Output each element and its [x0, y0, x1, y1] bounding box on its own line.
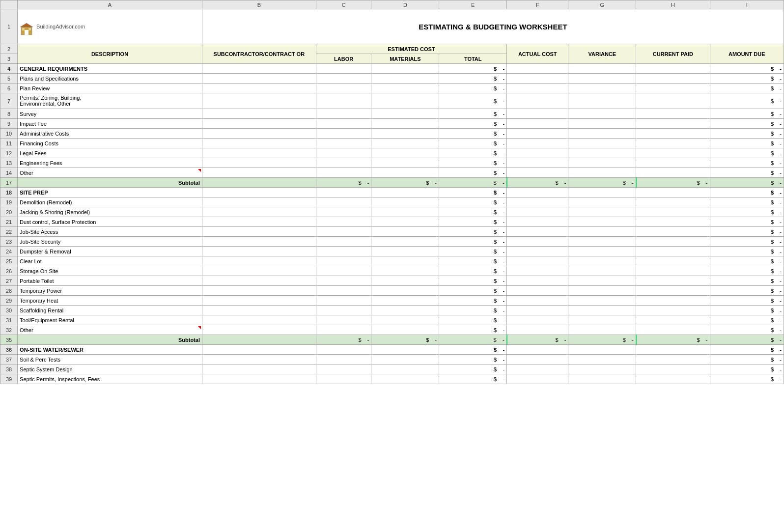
row23-desc[interactable]: Job-Site Security: [18, 237, 202, 247]
siteprep-header-cell: SITE PREP: [18, 188, 202, 197]
row-20: 20 Jacking & Shoring (Remodel) $ - $ -: [0, 207, 784, 217]
subtotal-17-label: Subtotal: [18, 178, 202, 188]
row19-desc[interactable]: Demolition (Remodel): [18, 197, 202, 207]
row-38: 38 Septic System Design $ - $ -: [0, 364, 784, 374]
row21-desc[interactable]: Dust control, Surface Protection: [18, 217, 202, 227]
description-header: DESCRIPTION: [18, 44, 202, 64]
row-10: 10 Administrative Costs $ - $ -: [0, 129, 784, 139]
general-c4[interactable]: [316, 64, 371, 74]
col-e-header: E: [439, 0, 507, 9]
logo-cell: BuildingAdvisor.com: [18, 9, 202, 44]
row28-desc[interactable]: Temporary Power: [18, 286, 202, 296]
row-39: 39 Septic Permits, Inspections, Fees $ -…: [0, 374, 784, 384]
siteprep-section-header: 18 SITE PREP $ - $ -: [0, 188, 784, 197]
labor-header: LABOR: [316, 54, 371, 64]
row13-desc[interactable]: Engineering Fees: [18, 158, 202, 168]
row10-desc[interactable]: Administrative Costs: [18, 129, 202, 139]
col-b-header: B: [202, 0, 316, 9]
row8-desc[interactable]: Survey: [18, 109, 202, 119]
row-27: 27 Portable Toilet $ - $ -: [0, 276, 784, 286]
row29-desc[interactable]: Temporary Heat: [18, 296, 202, 306]
logo-text: BuildingAdvisor.com: [36, 24, 85, 29]
row30-desc[interactable]: Scaffolding Rental: [18, 306, 202, 315]
col-g-header: G: [568, 0, 636, 9]
row20-desc[interactable]: Jacking & Shoring (Remodel): [18, 207, 202, 217]
onsite-header-cell: ON-SITE WATER/SEWER: [18, 345, 202, 355]
row-2-num: 2: [0, 44, 18, 54]
svg-rect-2: [25, 30, 28, 35]
row-31: 31 Tool/Equipment Rental $ - $ -: [0, 315, 784, 325]
col-h-header: H: [636, 0, 710, 9]
corner-cell: [0, 0, 18, 9]
row-12: 12 Legal Fees $ - $ -: [0, 148, 784, 158]
estimated-cost-header: ESTIMATED COST: [316, 44, 506, 54]
row22-desc[interactable]: Job-Site Access: [18, 227, 202, 237]
row-26: 26 Storage On Site $ - $ -: [0, 266, 784, 276]
general-header-text: GENERAL REQUIRMENTS: [20, 66, 87, 72]
general-g4[interactable]: [568, 64, 636, 74]
row-19: 19 Demolition (Remodel) $ - $ -: [0, 197, 784, 207]
row25-desc[interactable]: Clear Lot: [18, 256, 202, 266]
row31-desc[interactable]: Tool/Equipment Rental: [18, 315, 202, 325]
variance-header: VARIANCE: [568, 44, 636, 64]
onsite-header-text: ON-SITE WATER/SEWER: [20, 347, 84, 353]
general-h4[interactable]: [636, 64, 710, 74]
general-i4[interactable]: $ -: [710, 64, 784, 74]
general-b4[interactable]: [202, 64, 316, 74]
col-a-header: A: [18, 0, 202, 9]
row-35: 35 Subtotal $ - $ - $ - $ - $ - $ - $ -: [0, 335, 784, 345]
subcontractor-header: SUBCONTRACTOR/CONTRACT OR: [202, 44, 316, 64]
row5-desc[interactable]: Plans and Specifications: [18, 74, 202, 84]
row6-desc[interactable]: Plan Review: [18, 84, 202, 93]
row-29: 29 Temporary Heat $ - $ -: [0, 296, 784, 306]
row-30: 30 Scaffolding Rental $ - $ -: [0, 306, 784, 315]
row9-desc[interactable]: Impact Fee: [18, 119, 202, 129]
worksheet-title: ESTIMATING & BUDGETING WORKSHEET: [204, 23, 782, 31]
column-header-row: A B C D E F G H I: [0, 0, 784, 9]
row-11: 11 Financing Costs $ - $ -: [0, 139, 784, 148]
row32-desc[interactable]: Other: [18, 325, 202, 335]
general-d4[interactable]: [371, 64, 439, 74]
total-header: TOTAL: [439, 54, 507, 64]
building-icon: [20, 16, 33, 37]
current-paid-header: CURRENT PAID: [636, 44, 710, 64]
worksheet-title-cell: ESTIMATING & BUDGETING WORKSHEET: [202, 9, 784, 44]
row-13: 13 Engineering Fees $ - $ -: [0, 158, 784, 168]
row37-desc[interactable]: Soil & Perc Tests: [18, 355, 202, 364]
general-header-cell: GENERAL REQUIRMENTS: [18, 64, 202, 74]
general-section-header: 4 GENERAL REQUIRMENTS $ - $ -: [0, 64, 784, 74]
row-37: 37 Soil & Perc Tests $ - $ -: [0, 355, 784, 364]
general-e4[interactable]: $ -: [439, 64, 507, 74]
col-d-header: D: [371, 0, 439, 9]
svg-rect-4: [28, 28, 31, 30]
general-f4[interactable]: [507, 64, 568, 74]
row14-desc[interactable]: Other: [18, 168, 202, 178]
row26-desc[interactable]: Storage On Site: [18, 266, 202, 276]
row27-desc[interactable]: Portable Toilet: [18, 276, 202, 286]
row-1-num: 1: [0, 9, 18, 44]
row-4-num: 4: [0, 64, 18, 74]
row-14: 14 Other $ - $ -: [0, 168, 784, 178]
row24-desc[interactable]: Dumpster & Removal: [18, 247, 202, 256]
row11-desc[interactable]: Financing Costs: [18, 139, 202, 148]
siteprep-header-text: SITE PREP: [20, 190, 48, 196]
row-9: 9 Impact Fee $ - $ -: [0, 119, 784, 129]
row7-desc[interactable]: Permits: Zoning, Building, Environmental…: [18, 93, 202, 109]
row38-desc[interactable]: Septic System Design: [18, 364, 202, 374]
row-22: 22 Job-Site Access $ - $ -: [0, 227, 784, 237]
row12-desc[interactable]: Legal Fees: [18, 148, 202, 158]
row-17: 17 Subtotal $ - $ - $ - $ - $ - $ - $ -: [0, 178, 784, 188]
row-7: 7 Permits: Zoning, Building, Environment…: [0, 93, 784, 109]
title-row: 1 BuildingAdvisor.com: [0, 9, 784, 44]
row39-desc[interactable]: Septic Permits, Inspections, Fees: [18, 374, 202, 384]
spreadsheet: A B C D E F G H I 1: [0, 0, 784, 532]
col-f-header: F: [507, 0, 568, 9]
row-24: 24 Dumpster & Removal $ - $ -: [0, 247, 784, 256]
svg-marker-1: [20, 23, 33, 27]
header-row-2: 2 DESCRIPTION SUBCONTRACTOR/CONTRACT OR …: [0, 44, 784, 54]
col-i-header: I: [710, 0, 784, 9]
row-25: 25 Clear Lot $ - $ -: [0, 256, 784, 266]
row-3-num: 3: [0, 54, 18, 64]
row-6: 6 Plan Review $ - $ -: [0, 84, 784, 93]
row-8: 8 Survey $ - $ -: [0, 109, 784, 119]
